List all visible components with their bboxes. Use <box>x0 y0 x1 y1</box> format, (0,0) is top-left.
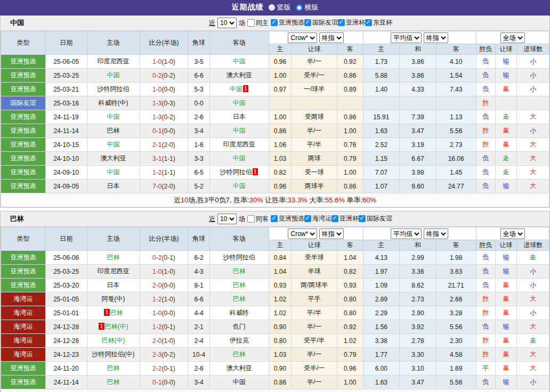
team-label: 沙特阿拉伯 <box>223 254 255 261</box>
team-label: 巴林 <box>107 378 120 386</box>
competition-checkbox[interactable]: 亚洲预选 <box>271 214 304 223</box>
scope-select[interactable]: 全场 <box>500 228 525 239</box>
competition-checkbox[interactable]: 国际友谊 <box>304 18 338 27</box>
odds-home: 1.03 <box>269 152 291 166</box>
avg-draw <box>400 96 436 110</box>
checkbox-icon <box>271 215 278 222</box>
col-result-handicap: 让球 <box>495 44 516 55</box>
avg-source-select[interactable]: 平均值 <box>391 228 422 239</box>
rank-badge: 1 <box>104 309 109 316</box>
scope-select[interactable]: 全场 <box>500 32 525 43</box>
odds-home: 0.97 <box>269 83 291 96</box>
competition-checkbox[interactable]: 国际友谊 <box>359 214 392 223</box>
odds-handicap: 受半球 <box>292 251 337 265</box>
col-avg-draw: 和 <box>400 44 436 55</box>
recent-count-select[interactable]: 10 <box>217 18 237 28</box>
same-away-checkbox[interactable]: 同客 <box>247 215 269 224</box>
result-goals: 走 <box>517 251 549 265</box>
corner-score: 5-3 <box>188 83 209 96</box>
competition-label: 国际友谊 <box>312 18 338 27</box>
odds-type-select[interactable]: 终指 <box>319 32 344 43</box>
avg-dropdowns: 平均值 终指 <box>363 31 476 44</box>
away-team: 中国 <box>209 179 269 193</box>
topbar: 近期战绩 竖版 横版 <box>0 0 550 15</box>
odds-away: 0.89 <box>337 83 363 96</box>
avg-away: 2.73 <box>436 138 476 152</box>
match-type-badge: 亚洲预选 <box>1 55 46 69</box>
col-odds-away: 客 <box>337 44 363 55</box>
fulltime-score: 0-1 <box>152 127 161 135</box>
near-label[interactable]: 近 <box>209 19 215 28</box>
result-handicap: 输 <box>495 265 516 279</box>
corner-score: 3-4 <box>188 124 209 138</box>
match-type-badge: 国际友谊 <box>1 96 46 110</box>
corner-score: 8-1 <box>188 279 209 292</box>
match-date: 25-06-06 <box>45 251 87 265</box>
odds-home: 0.80 <box>269 334 291 348</box>
odds-away: 0.86 <box>337 110 363 124</box>
avg-home <box>363 96 400 110</box>
match-type-badge: 亚洲预选 <box>1 179 46 193</box>
competition-checkbox[interactable]: 海湾运 <box>304 214 331 223</box>
result-goals: 走 <box>517 334 549 348</box>
fulltime-score: 2-2 <box>152 365 161 372</box>
avg-home: 2.29 <box>363 306 400 320</box>
radio-horizontal-layout[interactable]: 横版 <box>296 3 319 12</box>
odds-handicap: 两/两球半 <box>292 279 337 292</box>
summary-row: 近10场,胜3平0负7, 胜率:30% 让胜率:33.3% 大率:55.6% 单… <box>1 193 549 207</box>
result-outcome: 负 <box>476 320 495 334</box>
odds-home: 1.00 <box>269 110 291 124</box>
home-team: 澳大利亚 <box>87 152 140 166</box>
score: 1-3(0-3) <box>140 96 188 110</box>
odds-home <box>269 96 291 110</box>
score: 0-2(0-2) <box>140 69 188 83</box>
odds-home: 0.93 <box>269 279 291 292</box>
team-label: 中国 <box>107 113 120 120</box>
avg-source-select[interactable]: 平均值 <box>391 32 422 43</box>
score: 2-3(0-2) <box>140 348 188 362</box>
away-team: 巴林 <box>209 279 269 292</box>
col-odds-home: 主 <box>269 44 291 55</box>
col-type: 类型 <box>1 227 46 251</box>
fulltime-score: 2-0 <box>152 337 161 345</box>
competition-checkbox[interactable]: 亚洲杯 <box>338 18 365 27</box>
summary-segment: 55.6% <box>325 196 345 204</box>
checkbox-icon <box>338 19 345 26</box>
table-row: 亚洲预选24-11-14巴林0-1(0-0)3-4中国0.86半/一1.001.… <box>1 124 549 138</box>
match-type-badge: 海湾运 <box>1 348 46 362</box>
odds-home: 0.86 <box>269 375 291 389</box>
odds-provider-select[interactable]: Crow* <box>288 32 317 43</box>
near-label[interactable]: 近 <box>209 215 215 224</box>
odds-type-select[interactable]: 终指 <box>319 228 344 239</box>
radio-vertical-layout[interactable]: 竖版 <box>269 3 291 12</box>
away-team: 中国 <box>209 55 269 69</box>
avg-type-select[interactable]: 终指 <box>424 228 448 239</box>
same-home-checkbox[interactable]: 同主 <box>247 19 269 28</box>
col-corner: 角球 <box>188 227 209 251</box>
avg-type-select[interactable]: 终指 <box>424 32 448 43</box>
table-row: 海湾运24-12-23沙特阿拉伯(中)2-3(0-2)10-4巴林1.03半/一… <box>1 348 549 362</box>
col-type: 类型 <box>1 31 46 55</box>
team-label: 澳大利亚 <box>227 364 252 372</box>
home-team: 中国 <box>87 138 140 152</box>
odds-handicap: 半/一 <box>292 348 337 362</box>
corner-score: 0-0 <box>188 96 209 110</box>
team-label: 中国 <box>233 182 246 190</box>
score: 1-0(1-0) <box>140 265 188 279</box>
table-row: 亚洲预选25-03-20日本2-0(0-0)8-1巴林0.93两/两球半0.93… <box>1 279 549 292</box>
avg-home: 5.88 <box>363 69 400 83</box>
halftime-score: (0-1) <box>161 323 175 331</box>
odds-provider-select[interactable]: Crow* <box>288 228 317 239</box>
score: 1-2(1-1) <box>140 166 188 179</box>
recent-count-select[interactable]: 10 <box>217 214 237 224</box>
competition-checkbox[interactable]: 亚洲预选 <box>271 18 304 27</box>
match-date: 24-09-10 <box>45 166 87 179</box>
competition-checkbox[interactable]: 亚洲杯 <box>331 214 359 223</box>
away-team: 巴林 <box>209 292 269 306</box>
corner-score: 6-5 <box>188 166 209 179</box>
away-team: 印度尼西亚 <box>209 138 269 152</box>
result-handicap <box>495 96 516 110</box>
fulltime-score: 0-1 <box>152 379 161 386</box>
competition-checkbox[interactable]: 东亚杯 <box>365 18 392 27</box>
same-home-label: 同主 <box>256 19 269 28</box>
